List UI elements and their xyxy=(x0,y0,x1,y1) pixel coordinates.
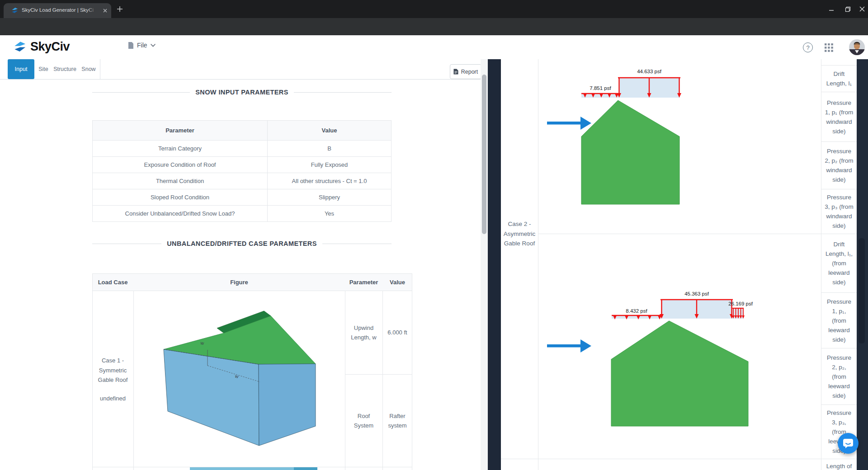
browser-navbar: platform.skyciv.com/design/wind/v2 6 1 xyxy=(0,18,868,35)
tab-title-fade xyxy=(87,6,99,16)
left-scrollbar-thumb[interactable] xyxy=(482,75,486,234)
tab-title: SkyCiv Load Generator | SkyCi xyxy=(22,7,98,13)
left-tabs-row: Input Site Structure Snow Report xyxy=(0,59,488,80)
left-scrollbar-track[interactable] xyxy=(481,59,488,470)
tab-structure-label: Structure xyxy=(53,66,76,72)
parameter-row: Pressure 1, p₁, (from leeward side) xyxy=(821,292,857,348)
screen: SkyCiv Load Generator | SkyCi xyxy=(0,0,868,470)
value-cell: Rafter system xyxy=(382,375,412,467)
parameter-cell: Consider Unbalanced/Drifted Snow Load? xyxy=(93,206,268,221)
table-row: Sloped Roof Condition Slippery xyxy=(93,189,391,205)
tab-site[interactable]: Site xyxy=(34,59,53,79)
chat-icon xyxy=(843,438,854,448)
apps-grid-icon[interactable] xyxy=(825,43,833,54)
app-header: SkyCiv File ? xyxy=(0,35,868,60)
parameter-row-clipped-bottom: Length of xyxy=(821,459,857,470)
parameter-cell: Roof System xyxy=(345,375,382,467)
file-icon xyxy=(128,42,134,49)
next-figure-sliver xyxy=(294,467,317,470)
column-header-load-case: Load Case xyxy=(92,273,133,291)
right-scrollbar-thumb[interactable] xyxy=(859,238,865,343)
clipped-parameter-label: Length, l₁, xyxy=(821,65,857,65)
column-header-value: Value xyxy=(268,121,391,140)
new-tab-icon[interactable] xyxy=(117,6,123,12)
tab-snow[interactable]: Snow xyxy=(77,59,100,79)
title-rule-right xyxy=(322,244,392,244)
panel-divider xyxy=(488,59,501,470)
value-cell: 6.000 ft xyxy=(382,291,412,374)
right-scrollbar-track[interactable] xyxy=(857,59,868,470)
column-header-figure: Figure xyxy=(133,273,345,291)
parameter-row: Pressure 3, p₃ (from windward side) xyxy=(821,189,857,234)
case2-diagrams: 44.633 psf 7.851 psf xyxy=(501,59,821,470)
help-icon[interactable]: ? xyxy=(803,42,813,52)
parameter-cell: Thermal Condition xyxy=(93,173,268,189)
skyciv-logo-icon xyxy=(13,40,27,54)
parameter-row: Pressure 2, p₂, (from leeward side) xyxy=(821,348,857,404)
snow-parameters-title: SNOW INPUT PARAMETERS xyxy=(92,89,392,96)
windward-side-pressure-label: 7.851 psf xyxy=(590,85,611,91)
column-header-parameter: Parameter xyxy=(93,121,268,140)
title-rule-left xyxy=(92,92,190,93)
title-rule-left xyxy=(92,244,161,244)
table-row: Exposure Condition of Roof Fully Exposed xyxy=(93,156,391,173)
parameter-row-clipped: Length, l₁, xyxy=(821,59,857,65)
snow-parameters-table: Parameter Value Terrain Category B Expos… xyxy=(92,120,392,222)
column-header-parameter: Parameter xyxy=(345,273,382,291)
parameter-cell: Exposure Condition of Roof xyxy=(93,157,268,173)
next-figure-sliver xyxy=(190,467,294,470)
value-cell: Yes xyxy=(268,206,391,221)
avatar[interactable] xyxy=(849,39,865,57)
parameter-row: Drift Length, l₁, (from leeward side) xyxy=(821,234,857,292)
leeward-side-pressure-label: 8.432 psf xyxy=(626,308,647,314)
tab-input-label: Input xyxy=(15,66,28,72)
window-minimize-button[interactable] xyxy=(827,5,835,13)
tab-structure[interactable]: Structure xyxy=(52,59,78,79)
file-menu[interactable]: File xyxy=(128,42,156,49)
value-cell: Fully Exposed xyxy=(268,157,391,173)
wind-direction-arrow xyxy=(547,122,581,125)
tab-input[interactable]: Input xyxy=(8,59,34,79)
snow-parameters-title-text: SNOW INPUT PARAMETERS xyxy=(195,89,288,96)
parameter-row: Drift Length, l₁ xyxy=(821,65,857,92)
tab-site-label: Site xyxy=(38,66,48,72)
chevron-down-icon xyxy=(151,44,156,47)
leeward-leeward-pressure-label: 26.169 psf xyxy=(728,301,753,306)
value-cell: All other structures - Ct = 1.0 xyxy=(268,173,391,189)
tab-snow-label: Snow xyxy=(81,66,95,72)
right-parameter-column: Length, l₁, Drift Length, l₁ Pressure 1,… xyxy=(821,59,857,470)
drift-parameters-title-text: UNBALANCED/DRIFTED CASE PARAMETERS xyxy=(167,240,317,247)
leeward-drift-pressure-label: 45.363 psf xyxy=(684,291,709,296)
skyciv-logo[interactable]: SkyCiv xyxy=(13,40,70,54)
report-button-label: Report xyxy=(461,69,478,75)
tab-close-icon[interactable] xyxy=(103,9,107,13)
parameter-row: Pressure 1, p₁ (from windward side) xyxy=(821,92,857,141)
table-row: Terrain Category B xyxy=(93,140,391,156)
browser-tab[interactable]: SkyCiv Load Generator | SkyCi xyxy=(4,3,111,18)
table-header-row: Parameter Value xyxy=(93,121,391,140)
case1-note: undefined xyxy=(100,395,126,402)
report-button[interactable]: Report xyxy=(450,64,481,79)
wind-direction-arrow xyxy=(547,344,581,348)
window-restore-button[interactable] xyxy=(844,5,852,13)
parameter-row: Pressure 2, p₂ (from windward side) xyxy=(821,141,857,189)
windward-drift-pressure-label: 44.633 psf xyxy=(637,69,662,74)
gable-roof-3d-figure: w w xyxy=(133,291,345,467)
gable-roof-windward-figure xyxy=(581,100,679,204)
case1-name: Case 1 - Symmetric Gable Roof xyxy=(98,356,128,385)
parameter-cell: Sloped Roof Condition xyxy=(93,189,268,205)
table-row: Thermal Condition All other structures -… xyxy=(93,173,391,189)
report-doc-icon xyxy=(453,69,458,75)
table-row: Consider Unbalanced/Drifted Snow Load? Y… xyxy=(93,205,391,221)
window-close-button[interactable] xyxy=(858,5,866,13)
browser-tabstrip: SkyCiv Load Generator | SkyCi xyxy=(0,0,868,18)
load-case-cell: Case 1 - Symmetric Gable Roof undefined xyxy=(92,291,133,467)
parameter-cell: Upwind Length, w xyxy=(345,291,382,374)
chat-widget-button[interactable] xyxy=(838,433,859,454)
drift-parameters-title: UNBALANCED/DRIFTED CASE PARAMETERS xyxy=(92,240,392,247)
gable-roof-leeward-figure xyxy=(611,321,748,426)
parameter-cell: Terrain Category xyxy=(93,141,268,156)
title-rule-right xyxy=(294,92,392,93)
value-cell: B xyxy=(268,141,391,156)
column-header-value: Value xyxy=(382,273,412,291)
